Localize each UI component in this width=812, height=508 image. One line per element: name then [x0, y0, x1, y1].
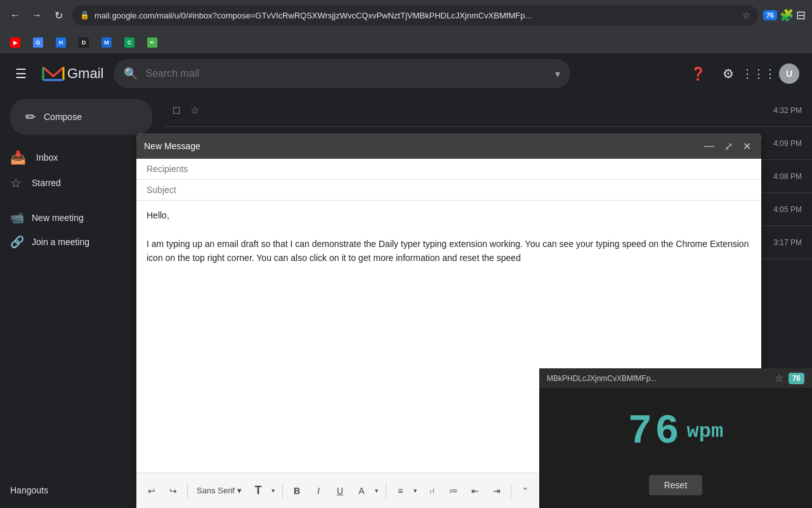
compose-subject-field[interactable] [136, 180, 761, 201]
indent-more-button[interactable]: ⇥ [487, 481, 507, 501]
forward-button[interactable]: → [28, 6, 46, 24]
join-meeting-label: Join a meeting [32, 237, 89, 247]
hamburger-menu[interactable]: ☰ [10, 61, 32, 86]
h-favicon: H [56, 37, 66, 48]
gmail-header: ☰ Gmail 🔍 ▾ ❓ ⚙ ⋮⋮⋮ U [0, 53, 812, 94]
wpm-popup: MBkPHDLcJXjnmCvXBMfMFp... ☆ 76 76 wpm Re… [539, 368, 812, 508]
puzzle-icon[interactable]: 🧩 [780, 8, 794, 22]
bookmark-youtube[interactable]: ▶ [5, 35, 25, 50]
compose-close-button[interactable]: ✕ [740, 139, 754, 154]
starred-icon: ☆ [10, 175, 22, 190]
help-button[interactable]: ❓ [685, 61, 710, 86]
undo-button[interactable]: ↩ [141, 481, 162, 501]
wpm-display: 76 wpm [539, 388, 812, 475]
google-apps-button[interactable]: ⋮⋮⋮ [746, 61, 771, 86]
font-selector-group: Sans Serif ▾ [192, 483, 247, 498]
underline-button[interactable]: U [330, 481, 350, 501]
compose-expand-button[interactable]: ⤢ [722, 139, 735, 154]
numbered-list-button[interactable]: ⑁ [422, 481, 442, 501]
compose-minimize-button[interactable]: — [702, 139, 717, 153]
compose-to-field[interactable] [136, 159, 761, 180]
compose-recipients-input[interactable] [147, 164, 751, 174]
bookmark-d[interactable]: D [74, 35, 94, 50]
outlook-favicon: M [102, 37, 112, 48]
browser-action-buttons: 76 🧩 ⊟ [763, 8, 806, 22]
new-meeting-item[interactable]: 📹 New meeting [10, 206, 152, 230]
wpm-popup-header: MBkPHDLcJXjnmCvXBMfMFp... ☆ 76 [539, 368, 812, 388]
text-color-button[interactable]: A [351, 481, 372, 501]
compose-pencil-icon: ✏ [25, 109, 36, 124]
toolbar-divider [282, 483, 283, 498]
address-bar[interactable]: 🔒 mail.google.com/mail/u/0/#inbox?compos… [72, 5, 758, 25]
toolbar-divider [187, 483, 188, 498]
starred-label: Starred [32, 178, 61, 188]
text-color-arrow[interactable]: ▾ [372, 481, 382, 501]
account-avatar[interactable]: U [776, 61, 802, 86]
font-size-group: T ▾ [248, 481, 278, 501]
hangouts-section: Hangouts [10, 485, 48, 495]
wpm-extension-badge[interactable]: 76 [763, 10, 777, 20]
bullet-list-button[interactable]: ≔ [443, 481, 464, 501]
sidebar-item-starred[interactable]: ☆ Starred [0, 170, 152, 196]
bookmarks-bar: ▶ G H D M C [0, 30, 812, 53]
wpm-number: 76 [628, 409, 682, 455]
back-button[interactable]: ← [6, 6, 24, 24]
font-name-label: Sans Serif [197, 486, 235, 495]
youtube-favicon: ▶ [10, 37, 20, 48]
bookmark-calendar[interactable]: C [119, 35, 140, 50]
search-bar[interactable]: 🔍 ▾ [114, 59, 570, 88]
bookmark-outlook[interactable]: M [96, 35, 117, 50]
nav-buttons: ← → ↻ [6, 6, 67, 24]
email-time: 4:05 PM [764, 205, 802, 214]
compose-title: New Message [144, 141, 702, 151]
email-checkbox[interactable]: ☐ [173, 105, 185, 116]
compose-button[interactable]: ✏ Compose [10, 99, 152, 135]
search-dropdown-icon[interactable]: ▾ [555, 68, 560, 80]
gmail-title: Gmail [67, 65, 103, 82]
wpm-star-icon[interactable]: ☆ [775, 372, 783, 384]
wpm-reset-button[interactable]: Reset [649, 475, 703, 495]
compose-label: Compose [44, 112, 82, 122]
bold-button[interactable]: B [287, 481, 307, 501]
hangouts-label: Hangouts [10, 485, 48, 495]
toolbar-divider [386, 483, 386, 498]
join-meeting-icon: 🔗 [10, 235, 24, 249]
search-input[interactable] [145, 68, 547, 79]
header-actions: ❓ ⚙ ⋮⋮⋮ U [685, 61, 802, 86]
gmail-logo: Gmail [42, 62, 103, 85]
browser-toolbar: ← → ↻ 🔒 mail.google.com/mail/u/0/#inbox?… [0, 0, 812, 30]
bookmark-pen[interactable]: ✒ [142, 35, 162, 50]
inbox-label: Inbox [36, 152, 58, 163]
bookmark-google[interactable]: G [28, 35, 48, 50]
align-arrow[interactable]: ▾ [410, 481, 421, 501]
email-time: 4:32 PM [764, 106, 802, 115]
search-icon: 🔍 [124, 67, 138, 81]
redo-button[interactable]: ↪ [163, 481, 183, 501]
settings-button[interactable]: ⚙ [716, 61, 741, 86]
compose-greeting: Hello, [147, 208, 751, 222]
sidebar-item-inbox[interactable]: 📥 Inbox [0, 145, 152, 170]
compose-header-actions: — ⤢ ✕ [702, 139, 754, 154]
blockquote-button[interactable]: " [515, 481, 535, 501]
new-meeting-label: New meeting [32, 213, 84, 223]
cast-icon[interactable]: ⊟ [796, 8, 806, 22]
bookmark-h[interactable]: H [51, 35, 71, 50]
refresh-button[interactable]: ↻ [49, 6, 67, 24]
font-size-arrow[interactable]: ▾ [268, 481, 278, 501]
align-button[interactable]: ≡ [390, 481, 410, 501]
wpm-badge[interactable]: 76 [789, 373, 804, 384]
bookmark-star-icon[interactable]: ☆ [742, 10, 750, 20]
email-star[interactable]: ☆ [190, 104, 199, 116]
italic-button[interactable]: I [308, 481, 329, 501]
compose-body-text: I am typing up an email draft so that I … [147, 237, 751, 265]
join-meeting-item[interactable]: 🔗 Join a meeting [10, 230, 152, 254]
font-size-button[interactable]: T [248, 481, 268, 501]
compose-subject-input[interactable] [147, 185, 751, 195]
lock-icon: 🔒 [80, 11, 89, 20]
pen-favicon: ✒ [147, 37, 157, 48]
email-row[interactable]: ☐ ☆ 4:32 PM [162, 94, 812, 127]
toolbar-divider [511, 483, 511, 498]
google-favicon: G [33, 37, 43, 48]
font-name-selector[interactable]: Sans Serif ▾ [192, 483, 247, 498]
indent-less-button[interactable]: ⇤ [465, 481, 485, 501]
